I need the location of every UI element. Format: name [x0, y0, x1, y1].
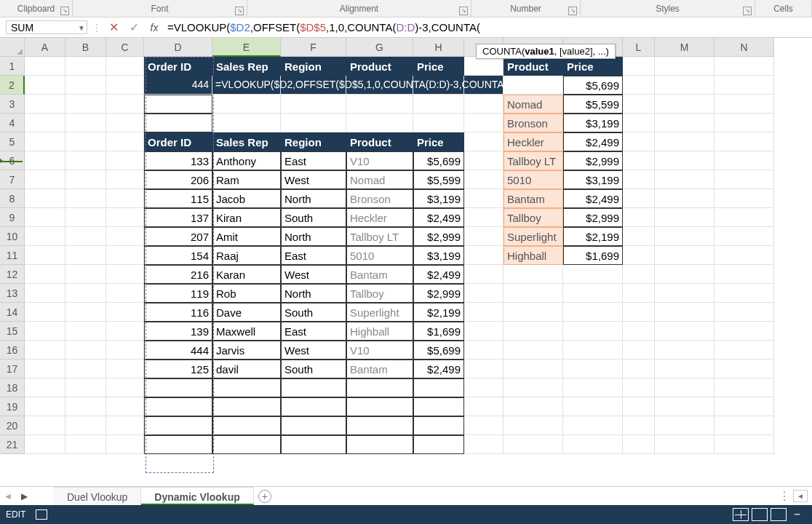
cell[interactable]: Tallboy: [346, 284, 413, 303]
column-header[interactable]: A: [25, 38, 65, 57]
column-header[interactable]: B: [65, 38, 106, 57]
cell[interactable]: [65, 227, 106, 246]
row-header[interactable]: 7: [0, 170, 25, 189]
cell[interactable]: [464, 341, 503, 360]
cell[interactable]: [65, 397, 106, 416]
cell[interactable]: 116: [144, 303, 212, 322]
cell[interactable]: [212, 114, 281, 132]
column-header[interactable]: D: [144, 38, 212, 57]
cell[interactable]: [144, 378, 212, 397]
cell[interactable]: [106, 227, 144, 246]
cell[interactable]: [25, 114, 65, 132]
cell[interactable]: [413, 95, 464, 114]
cell[interactable]: [464, 397, 503, 416]
cell[interactable]: [503, 360, 563, 378]
cell[interactable]: [563, 265, 623, 284]
cell[interactable]: [563, 416, 623, 435]
cell[interactable]: [281, 397, 346, 416]
cell[interactable]: Tallboy LT: [346, 227, 413, 246]
cell[interactable]: [464, 416, 503, 435]
formula-input[interactable]: =VLOOKUP($D2,OFFSET($D$5,1,0,COUNTA(D:D)…: [164, 20, 812, 35]
cell[interactable]: [623, 341, 655, 360]
cell[interactable]: Region: [281, 57, 346, 76]
cell[interactable]: 139: [144, 322, 212, 341]
cell[interactable]: V10: [346, 151, 413, 170]
cell[interactable]: $2,999: [563, 151, 623, 170]
cell[interactable]: Sales Rep: [212, 132, 281, 151]
column-header[interactable]: F: [281, 38, 346, 57]
cell[interactable]: Nomad: [346, 170, 413, 189]
cell[interactable]: Order ID: [144, 57, 212, 76]
cell[interactable]: [106, 397, 144, 416]
column-header[interactable]: M: [655, 38, 715, 57]
row-header[interactable]: 18: [0, 378, 25, 397]
cell[interactable]: [623, 416, 655, 435]
cell[interactable]: [106, 57, 144, 76]
cell[interactable]: [715, 397, 774, 416]
zoom-out-icon[interactable]: −: [788, 508, 806, 521]
cell[interactable]: [563, 435, 623, 454]
cell[interactable]: [503, 435, 563, 454]
row-header[interactable]: 10: [0, 227, 25, 246]
cell[interactable]: South: [281, 360, 346, 378]
cell[interactable]: [655, 341, 715, 360]
cell[interactable]: [106, 360, 144, 378]
cell[interactable]: [715, 57, 774, 76]
cell[interactable]: [413, 397, 464, 416]
cell[interactable]: [623, 95, 655, 114]
cell[interactable]: Anthony: [212, 151, 281, 170]
cell[interactable]: [106, 341, 144, 360]
cell[interactable]: [65, 57, 106, 76]
row-header[interactable]: 3: [0, 95, 25, 114]
cell[interactable]: [623, 57, 655, 76]
row-header[interactable]: 16: [0, 341, 25, 360]
insert-function-button[interactable]: fx: [144, 22, 164, 33]
cell[interactable]: [281, 114, 346, 132]
cell[interactable]: [655, 435, 715, 454]
cell[interactable]: [25, 170, 65, 189]
tab-nav-prev[interactable]: ▶: [16, 487, 32, 505]
cell[interactable]: Karan: [212, 265, 281, 284]
cell[interactable]: $2,499: [413, 208, 464, 227]
cell[interactable]: [106, 378, 144, 397]
select-all-button[interactable]: [0, 38, 25, 57]
cell[interactable]: [25, 246, 65, 265]
cell[interactable]: [25, 435, 65, 454]
cell[interactable]: [464, 435, 503, 454]
cell[interactable]: [25, 132, 65, 151]
cell[interactable]: [106, 189, 144, 208]
cell[interactable]: $2,999: [563, 208, 623, 227]
cell[interactable]: $5,699: [413, 151, 464, 170]
row-header[interactable]: 12: [0, 265, 25, 284]
cell[interactable]: [65, 151, 106, 170]
cell[interactable]: [212, 416, 281, 435]
cell[interactable]: East: [281, 246, 346, 265]
cell[interactable]: [655, 360, 715, 378]
cell[interactable]: 207: [144, 227, 212, 246]
cell[interactable]: 444: [144, 76, 212, 95]
name-box[interactable]: SUM ▼: [6, 20, 87, 34]
cell[interactable]: [715, 284, 774, 303]
cell[interactable]: [655, 151, 715, 170]
cell[interactable]: $3,199: [563, 114, 623, 132]
cell[interactable]: $2,199: [563, 227, 623, 246]
tab-nav-first[interactable]: ◄: [0, 487, 16, 505]
cell[interactable]: [715, 341, 774, 360]
cell[interactable]: [212, 397, 281, 416]
tab-scroll-left[interactable]: ◄: [793, 490, 808, 502]
cell[interactable]: 154: [144, 246, 212, 265]
cell[interactable]: [65, 284, 106, 303]
dialog-launcher-icon[interactable]: ↘: [459, 7, 468, 15]
cell[interactable]: $2,499: [413, 360, 464, 378]
column-header[interactable]: C: [106, 38, 144, 57]
cell[interactable]: 125: [144, 360, 212, 378]
cell[interactable]: [25, 76, 65, 95]
new-sheet-button[interactable]: +: [254, 487, 276, 505]
cell[interactable]: [346, 378, 413, 397]
cell[interactable]: 115: [144, 189, 212, 208]
cell[interactable]: [25, 284, 65, 303]
cell[interactable]: [65, 189, 106, 208]
cell[interactable]: South: [281, 303, 346, 322]
cell[interactable]: [503, 76, 563, 95]
cell[interactable]: Dave: [212, 303, 281, 322]
